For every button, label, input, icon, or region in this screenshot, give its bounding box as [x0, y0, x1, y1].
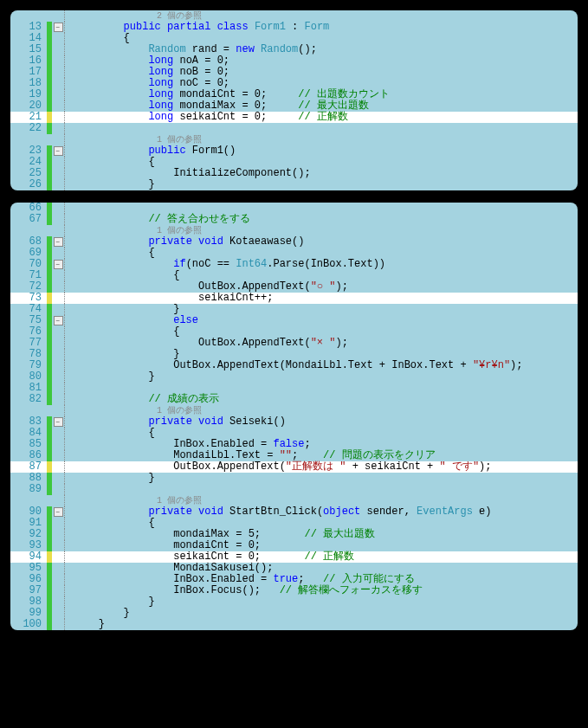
outline-guide	[64, 33, 70, 44]
fold-gutter	[52, 248, 64, 259]
outline-guide	[64, 461, 70, 473]
code-line[interactable]: 22	[10, 123, 578, 134]
code-text[interactable]	[70, 123, 74, 134]
outline-guide	[64, 134, 70, 145]
outline-guide	[64, 214, 70, 225]
code-line[interactable]: 89	[10, 484, 578, 495]
fold-gutter	[52, 33, 64, 44]
outline-guide	[64, 78, 70, 89]
outline-guide	[64, 574, 70, 585]
fold-gutter	[52, 10, 64, 22]
fold-gutter	[52, 450, 64, 461]
outline-guide	[64, 10, 70, 22]
line-number: 22	[10, 123, 47, 134]
fold-gutter	[52, 551, 64, 563]
outline-guide	[64, 608, 70, 619]
fold-gutter	[52, 563, 64, 574]
fold-gutter	[52, 596, 64, 608]
fold-gutter	[52, 461, 64, 473]
code-text[interactable]: }	[70, 179, 155, 190]
outline-guide	[64, 22, 70, 33]
code-editor-panel[interactable]: 2 個の参照13− public partial class Form1 : F…	[10, 10, 578, 190]
fold-gutter	[52, 89, 64, 100]
fold-gutter	[52, 619, 64, 630]
outline-guide	[64, 89, 70, 100]
outline-guide	[64, 529, 70, 540]
collapse-icon[interactable]: −	[54, 507, 63, 517]
fold-gutter[interactable]: −	[52, 22, 64, 33]
line-number: 100	[10, 619, 47, 630]
outline-guide	[64, 585, 70, 596]
fold-gutter	[52, 540, 64, 551]
fold-gutter	[52, 100, 64, 112]
outline-guide	[64, 315, 70, 326]
outline-guide	[64, 44, 70, 55]
outline-guide	[64, 293, 70, 304]
outline-guide	[64, 495, 70, 506]
fold-gutter[interactable]: −	[52, 315, 64, 326]
outline-guide	[64, 112, 70, 123]
outline-guide	[64, 416, 70, 428]
fold-gutter	[52, 214, 64, 225]
line-number: 82	[10, 394, 47, 405]
outline-guide	[64, 439, 70, 450]
collapse-icon[interactable]: −	[54, 316, 63, 325]
collapse-icon[interactable]: −	[54, 23, 63, 32]
fold-gutter[interactable]: −	[52, 259, 64, 270]
outline-guide	[64, 540, 70, 551]
code-text[interactable]	[70, 484, 74, 495]
outline-guide	[64, 225, 70, 236]
fold-gutter	[52, 484, 64, 495]
fold-gutter	[52, 360, 64, 371]
collapse-icon[interactable]: −	[54, 260, 63, 269]
outline-guide	[64, 236, 70, 248]
collapse-icon[interactable]: −	[54, 146, 63, 156]
code-text[interactable]: long seikaiCnt = 0; // 正解数	[70, 112, 348, 123]
fold-gutter	[52, 518, 64, 529]
outline-guide	[64, 371, 70, 383]
fold-gutter	[52, 157, 64, 168]
fold-gutter	[52, 281, 64, 293]
code-line[interactable]: 88 }	[10, 473, 578, 484]
outline-guide	[64, 157, 70, 168]
fold-gutter[interactable]: −	[52, 236, 64, 248]
collapse-icon[interactable]: −	[54, 417, 63, 427]
fold-gutter	[52, 608, 64, 619]
fold-gutter	[52, 67, 64, 78]
fold-gutter	[52, 338, 64, 349]
collapse-icon[interactable]: −	[54, 237, 63, 247]
code-text[interactable]: }	[70, 619, 105, 630]
outline-guide	[64, 304, 70, 315]
fold-gutter	[52, 371, 64, 383]
fold-gutter[interactable]: −	[52, 506, 64, 518]
outline-guide	[64, 349, 70, 360]
fold-gutter	[52, 44, 64, 55]
code-text[interactable]: }	[70, 473, 155, 484]
outline-guide	[64, 259, 70, 270]
code-text[interactable]: // 答え合わせをする	[70, 214, 250, 225]
fold-gutter	[52, 574, 64, 585]
fold-gutter	[52, 383, 64, 394]
code-line[interactable]: 82 // 成績の表示	[10, 394, 578, 405]
fold-gutter	[52, 585, 64, 596]
fold-gutter	[52, 405, 64, 416]
outline-guide	[64, 281, 70, 293]
fold-gutter	[52, 394, 64, 405]
outline-guide	[64, 270, 70, 281]
fold-gutter[interactable]: −	[52, 145, 64, 157]
code-line[interactable]: 21 long seikaiCnt = 0; // 正解数	[10, 112, 578, 123]
code-line[interactable]: 67 // 答え合わせをする	[10, 214, 578, 225]
code-line[interactable]: 100 }	[10, 619, 578, 630]
outline-guide	[64, 360, 70, 371]
outline-guide	[64, 506, 70, 518]
outline-guide	[64, 383, 70, 394]
code-line[interactable]: 26 }	[10, 179, 578, 190]
fold-gutter[interactable]: −	[52, 416, 64, 428]
outline-guide	[64, 179, 70, 190]
code-text[interactable]: // 成績の表示	[70, 394, 219, 405]
outline-guide	[64, 484, 70, 495]
code-editor-panel[interactable]: 6667 // 答え合わせをする 1 個の参照68− private void …	[10, 203, 578, 630]
fold-gutter	[52, 439, 64, 450]
code-text[interactable]: }	[70, 371, 155, 383]
code-line[interactable]: 80 }	[10, 371, 578, 383]
